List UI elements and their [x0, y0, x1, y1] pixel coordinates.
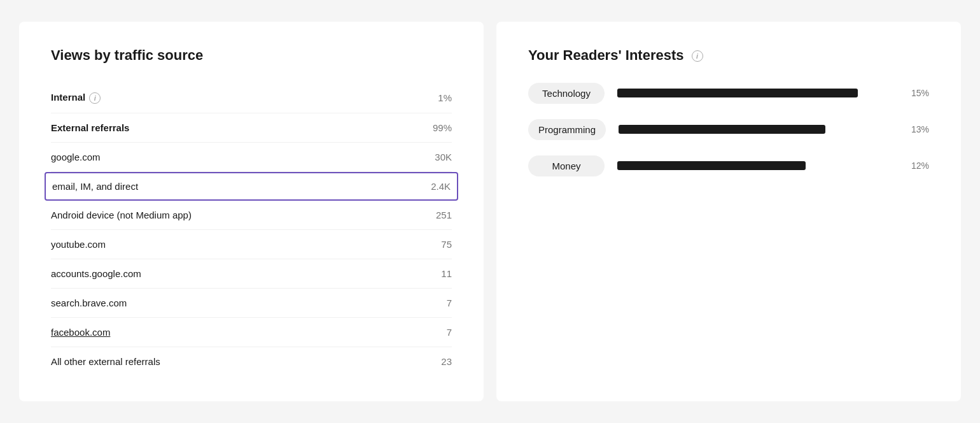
interest-row-money: Money12%	[528, 155, 929, 176]
traffic-value-facebook: 7	[447, 327, 452, 338]
interest-bar-container-money	[617, 161, 894, 170]
interest-row-technology: Technology15%	[528, 83, 929, 104]
dashboard: Views by traffic source Internali1%Exter…	[19, 22, 961, 401]
traffic-label-youtube: youtube.com	[51, 239, 106, 250]
traffic-value-internal: 1%	[438, 92, 452, 103]
traffic-row-search-brave: search.brave.com7	[51, 289, 452, 318]
interest-pct-money: 12%	[907, 161, 929, 171]
traffic-row-accounts-google: accounts.google.com11	[51, 259, 452, 289]
readers-interests-card: Your Readers' Interests i Technology15%P…	[496, 22, 961, 401]
traffic-row-google: google.com30K	[51, 143, 452, 172]
traffic-row-email-im-direct[interactable]: email, IM, and direct2.4K	[45, 172, 458, 201]
traffic-label-accounts-google: accounts.google.com	[51, 268, 141, 279]
traffic-value-android: 251	[436, 210, 452, 220]
traffic-label-email-im-direct: email, IM, and direct	[52, 181, 138, 192]
traffic-label-google: google.com	[51, 152, 101, 162]
traffic-label-search-brave: search.brave.com	[51, 298, 127, 308]
interest-row-programming: Programming13%	[528, 119, 929, 140]
traffic-row-internal: Internali1%	[51, 83, 452, 113]
traffic-row-android: Android device (not Medium app)251	[51, 201, 452, 230]
traffic-row-external-referrals: External referrals99%	[51, 113, 452, 143]
traffic-rows-container: Internali1%External referrals99%google.c…	[51, 83, 452, 376]
interest-tag-technology: Technology	[528, 83, 605, 104]
traffic-value-email-im-direct: 2.4K	[431, 181, 451, 192]
traffic-label-internal: Internali	[51, 92, 101, 104]
traffic-row-other: All other external referrals23	[51, 347, 452, 376]
traffic-label-android: Android device (not Medium app)	[51, 210, 192, 220]
traffic-link-facebook[interactable]: facebook.com	[51, 327, 110, 338]
traffic-row-youtube: youtube.com75	[51, 230, 452, 259]
interest-bar-container-technology	[617, 89, 894, 97]
traffic-label-external-referrals: External referrals	[51, 122, 129, 133]
traffic-label-facebook: facebook.com	[51, 327, 110, 338]
traffic-value-search-brave: 7	[447, 298, 452, 308]
traffic-value-other: 23	[441, 356, 452, 367]
traffic-source-title: Views by traffic source	[51, 47, 452, 64]
traffic-label-other: All other external referrals	[51, 356, 160, 367]
interest-bar-container-programming	[619, 125, 894, 134]
traffic-source-card: Views by traffic source Internali1%Exter…	[19, 22, 484, 401]
traffic-value-google: 30K	[435, 152, 452, 162]
interests-container: Technology15%Programming13%Money12%	[528, 83, 929, 176]
interest-tag-money: Money	[528, 155, 605, 176]
interest-pct-technology: 15%	[907, 88, 929, 98]
readers-interests-title: Your Readers' Interests i	[528, 47, 929, 64]
traffic-row-facebook: facebook.com7	[51, 318, 452, 347]
interest-tag-programming: Programming	[528, 119, 606, 140]
interest-bar-programming	[619, 125, 825, 134]
readers-interests-title-text: Your Readers' Interests	[528, 47, 683, 63]
interest-bar-money	[617, 161, 806, 170]
traffic-value-external-referrals: 99%	[433, 122, 452, 133]
interest-bar-technology	[617, 89, 858, 97]
traffic-value-youtube: 75	[441, 239, 452, 250]
info-icon-internal[interactable]: i	[89, 92, 101, 104]
traffic-value-accounts-google: 11	[441, 268, 452, 279]
interest-pct-programming: 13%	[907, 124, 929, 134]
readers-interests-info-icon[interactable]: i	[692, 50, 703, 62]
